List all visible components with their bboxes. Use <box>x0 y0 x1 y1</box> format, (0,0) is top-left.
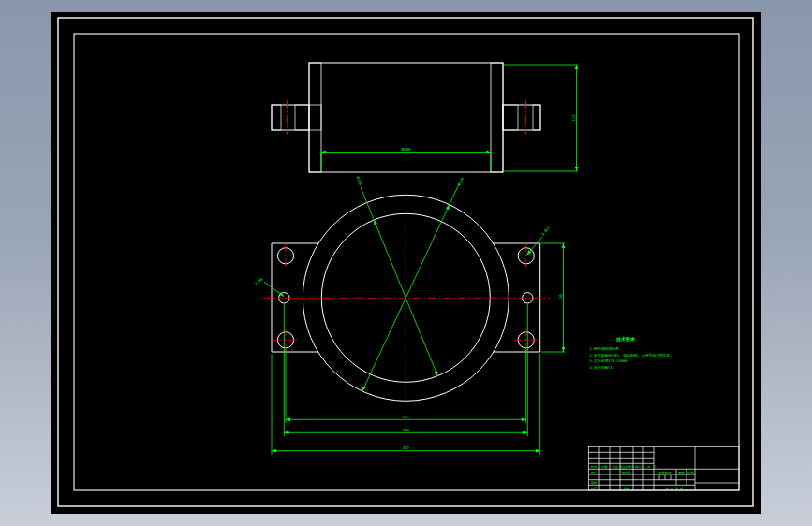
tech-note-line-3: 3.正火处理170-230HB. <box>590 358 630 363</box>
label-standardization: 标准化 <box>621 471 631 475</box>
tech-note-line-2: 2.未注圆角R3~R5, 锐边倒钝, 去除毛刺与氧化皮. <box>590 353 672 358</box>
plan-pin-span-dim-text: 260 <box>403 428 410 432</box>
section-bore-dim-text: Φ180 <box>402 147 411 152</box>
label-approve: 批准 <box>624 487 630 490</box>
plan-flange-height-dim-text: 116 <box>558 294 563 301</box>
cad-application-window: Φ180 115 <box>0 0 812 526</box>
revision-header-mark: 标记 <box>590 465 598 469</box>
tech-notes-title: 技术要求 <box>615 336 636 343</box>
label-scale: 比例 <box>687 471 693 475</box>
revision-header-count: 处数 <box>601 465 608 469</box>
plan-overall-width-dim-text: 287 <box>403 446 410 450</box>
label-design: 设计 <box>591 471 598 475</box>
label-weight: 重量 <box>678 471 685 475</box>
label-sheet-count: 共 张 第 张 <box>666 487 684 490</box>
revision-header-zone: 分区 <box>612 465 618 469</box>
label-check: 审核 <box>591 481 598 485</box>
revision-header-date: 年、月、日 <box>642 465 657 469</box>
label-stage-mark: 阶段标记 <box>659 471 672 475</box>
plan-hole-span-dim-text: 257 <box>403 415 410 419</box>
tech-note-line-4: 4.未注倒角C1. <box>590 365 615 370</box>
drawing-canvas[interactable]: Φ180 115 <box>0 0 812 526</box>
section-height-dim-text: 115 <box>571 114 576 122</box>
tech-note-line-1: 1.铸件经时效处理. <box>590 346 621 351</box>
label-process: 工艺 <box>591 487 597 490</box>
revision-header-docno: 更改文件号 <box>619 465 635 469</box>
